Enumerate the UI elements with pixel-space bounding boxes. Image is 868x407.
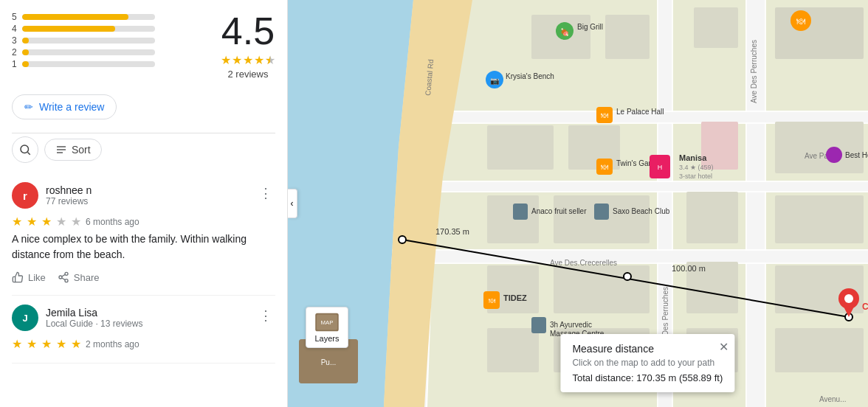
review-time-1: 6 months ago xyxy=(86,217,140,227)
map-section[interactable]: ‹ xyxy=(288,0,868,407)
svg-rect-24 xyxy=(605,15,650,59)
like-button-1[interactable]: Like xyxy=(12,268,46,286)
big-rating: 4.5 ★ ★ ★ ★ ★★ 2 reviews xyxy=(221,12,275,80)
more-button-1[interactable]: ⋮ xyxy=(256,182,275,204)
svg-text:170.35 m: 170.35 m xyxy=(435,227,469,236)
review-time-2: 2 months ago xyxy=(86,339,140,349)
bar-track-1 xyxy=(22,61,155,67)
rev2-star4: ★ xyxy=(56,337,66,351)
svg-text:🍖: 🍖 xyxy=(560,27,570,37)
sort-icon xyxy=(55,144,67,156)
svg-text:TIDEZ: TIDEZ xyxy=(503,293,527,302)
svg-rect-34 xyxy=(775,195,864,243)
review-header-1: r roshnee n 77 reviews ⋮ xyxy=(12,182,275,209)
reviewer-name-2: Jemila Lisa xyxy=(46,307,142,319)
measure-title: Measure distance xyxy=(572,343,723,355)
collapse-icon: ‹ xyxy=(291,198,294,209)
svg-point-5 xyxy=(65,272,68,275)
star-1: ★ xyxy=(221,53,231,67)
rating-number: 4.5 xyxy=(221,12,275,50)
svg-rect-78 xyxy=(594,204,609,220)
svg-text:Camelia Complex: Camelia Complex xyxy=(862,302,868,312)
svg-rect-27 xyxy=(487,125,554,170)
reviewer-sub-1: 77 reviews xyxy=(46,196,92,206)
svg-text:Krysia's Bench: Krysia's Bench xyxy=(506,72,554,80)
bar-num-3: 3 xyxy=(12,35,18,46)
bar-num-2: 2 xyxy=(12,47,18,58)
write-review-button[interactable]: ✏ Write a review xyxy=(12,94,117,119)
share-label-1: Share xyxy=(74,272,100,283)
svg-rect-29 xyxy=(701,122,738,170)
rev1-star1: ★ xyxy=(12,215,22,229)
sort-button[interactable]: Sort xyxy=(44,139,102,161)
review-stars-2: ★ ★ ★ ★ ★ 2 months ago xyxy=(12,337,275,351)
bar-fill-4 xyxy=(22,26,115,32)
reviews-count: 2 reviews xyxy=(228,69,269,80)
svg-text:Anaco fruit seller: Anaco fruit seller xyxy=(531,207,587,215)
rev2-star3: ★ xyxy=(41,337,52,351)
svg-point-74 xyxy=(826,147,842,163)
review-actions-1: Like Share xyxy=(12,268,275,286)
svg-text:Pu...: Pu... xyxy=(321,358,337,366)
layers-button[interactable]: MAP Layers xyxy=(306,307,348,348)
svg-point-51 xyxy=(624,273,631,280)
reviewer-info-2: J Jemila Lisa Local Guide · 13 reviews xyxy=(12,305,142,331)
reviewer-info-1: r roshnee n 77 reviews xyxy=(12,182,92,209)
bar-row-1: 1 xyxy=(12,59,203,69)
svg-point-50 xyxy=(399,236,406,243)
svg-text:100.00 m: 100.00 m xyxy=(672,264,706,273)
reviewer-name-1: roshnee n xyxy=(46,184,92,196)
svg-rect-42 xyxy=(775,328,864,372)
tooltip-close-button[interactable]: ✕ xyxy=(719,340,728,354)
svg-rect-36 xyxy=(554,265,650,313)
bar-row-5: 5 xyxy=(12,12,203,22)
svg-text:🍽: 🍽 xyxy=(601,163,608,171)
layers-icon: MAP xyxy=(314,312,340,333)
svg-point-87 xyxy=(844,294,853,303)
svg-text:🍽: 🍽 xyxy=(601,111,608,119)
svg-line-1 xyxy=(27,152,30,154)
svg-text:Ave Des.Crecerelles: Ave Des.Crecerelles xyxy=(550,259,617,267)
svg-rect-33 xyxy=(686,192,738,243)
search-icon xyxy=(18,143,32,156)
search-sort-bar: Sort xyxy=(12,136,275,163)
svg-rect-26 xyxy=(775,7,864,59)
reviewer-details-1: roshnee n 77 reviews xyxy=(46,184,92,206)
svg-point-7 xyxy=(65,279,68,282)
rev2-star1: ★ xyxy=(12,337,22,351)
svg-text:Big Grill: Big Grill xyxy=(577,23,603,31)
bar-track-2 xyxy=(22,49,155,55)
svg-text:🍽: 🍽 xyxy=(489,297,495,305)
bar-row-4: 4 xyxy=(12,24,203,34)
svg-text:Manisa: Manisa xyxy=(679,153,707,162)
svg-rect-31 xyxy=(487,195,539,243)
bar-fill-5 xyxy=(22,14,128,20)
bar-track-4 xyxy=(22,26,155,32)
rev1-star4: ★ xyxy=(56,215,66,229)
bar-num-5: 5 xyxy=(12,12,18,22)
svg-text:Ave Des Perruches: Ave Des Perruches xyxy=(750,40,758,103)
svg-rect-83 xyxy=(531,317,546,333)
rev2-star2: ★ xyxy=(27,337,37,351)
search-button[interactable] xyxy=(12,136,38,163)
share-button-1[interactable]: Share xyxy=(58,268,100,286)
svg-text:3-star hotel: 3-star hotel xyxy=(679,173,712,180)
reviews-list: r roshnee n 77 reviews ⋮ ★ ★ ★ ★ ★ 6 mon… xyxy=(12,173,275,363)
review-stars-1: ★ ★ ★ ★ ★ 6 months ago xyxy=(12,215,275,229)
more-button-2[interactable]: ⋮ xyxy=(256,305,275,327)
rev1-star3: ★ xyxy=(41,215,52,229)
review-item-2: J Jemila Lisa Local Guide · 13 reviews ⋮… xyxy=(12,296,275,363)
measure-total-distance: Total distance: 170.35 m (558.89 ft) xyxy=(572,372,723,383)
star-3: ★ xyxy=(243,53,253,67)
rating-summary: 5 4 3 2 1 4.5 xyxy=(12,12,275,80)
collapse-panel-button[interactable]: ‹ xyxy=(288,189,297,218)
divider-1 xyxy=(12,133,275,133)
layers-label: Layers xyxy=(314,334,339,343)
svg-rect-76 xyxy=(513,204,528,220)
sort-label: Sort xyxy=(72,144,91,156)
svg-rect-39 xyxy=(487,328,539,372)
write-review-label: Write a review xyxy=(39,101,104,113)
bar-num-4: 4 xyxy=(12,24,18,34)
svg-text:Best Holiday Mauritius: Best Holiday Mauritius xyxy=(845,151,868,159)
measure-distance-tooltip: ✕ Measure distance Click on the map to a… xyxy=(560,334,734,392)
